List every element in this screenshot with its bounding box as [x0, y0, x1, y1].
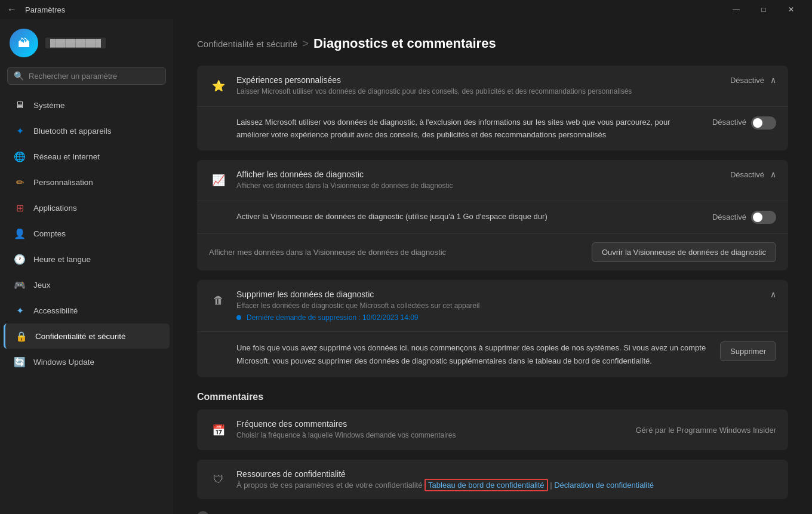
search-icon: 🔍 — [14, 71, 24, 81]
afficher-donnees-right: Désactivé — [730, 170, 776, 179]
ressources-row: 🛡 Ressources de confidentialité À propos… — [197, 460, 788, 499]
frequence-text: Fréquence des commentaires Choisir la fr… — [236, 419, 627, 441]
experiences-toggle-label: Désactivé — [712, 116, 746, 129]
sidebar-item-windowsupdate[interactable]: 🔄 Windows Update — [4, 349, 170, 374]
title-bar-controls: — □ ✕ — [722, 0, 805, 19]
experiences-expanded-text: Laissez Microsoft utiliser vos données d… — [236, 116, 700, 141]
bluetooth-icon: ✦ — [13, 124, 26, 137]
ressources-title: Ressources de confidentialité — [236, 469, 776, 479]
search-input[interactable] — [29, 72, 159, 81]
personnalisation-icon: ✏ — [13, 176, 26, 189]
frequence-title: Fréquence des commentaires — [236, 419, 627, 429]
ressources-icon: 🛡 — [209, 470, 228, 490]
supprimer-donnees-right — [770, 290, 776, 299]
supprimer-donnees-icon: 🗑 — [209, 291, 228, 310]
experiences-toggle[interactable] — [751, 116, 776, 130]
frequence-row[interactable]: 📅 Fréquence des commentaires Choisir la … — [197, 410, 788, 450]
section-ressources: 🛡 Ressources de confidentialité À propos… — [197, 460, 788, 499]
sidebar-item-systeme[interactable]: 🖥 Système — [4, 93, 170, 118]
afficher-donnees-text: Afficher les données de diagnostic Affic… — [236, 170, 722, 191]
title-bar: ← Paramètres — □ ✕ — [0, 0, 812, 19]
breadcrumb: Confidentialité et sécurité > Diagnostic… — [197, 36, 788, 51]
app-title: Paramètres — [25, 5, 65, 14]
tableau-de-bord-link[interactable]: Tableau de bord de confidentialité — [425, 479, 548, 491]
supprimer-button[interactable]: Supprimer — [720, 341, 776, 361]
content-area: Confidentialité et sécurité > Diagnostic… — [173, 19, 812, 514]
section-supprimer-donnees: 🗑 Supprimer les données de diagnostic Ef… — [197, 280, 788, 377]
sidebar-item-label: Bluetooth et appareils — [33, 127, 112, 136]
heure-icon: 🕐 — [13, 253, 26, 266]
afficher-donnees-expanded-row1: Activer la Visionneuse de données de dia… — [197, 201, 788, 233]
minimize-button[interactable]: — — [722, 0, 750, 19]
frequence-subtitle: Choisir la fréquence à laquelle Windows … — [236, 430, 627, 441]
experiences-expanded: Laissez Microsoft utiliser vos données d… — [197, 106, 788, 151]
supprimer-donnees-expanded: Une fois que vous avez supprimé vos donn… — [197, 331, 788, 377]
comptes-icon: 👤 — [13, 227, 26, 240]
jeux-icon: 🎮 — [13, 278, 26, 291]
afficher-donnees-header[interactable]: 📈 Afficher les données de diagnostic Aff… — [197, 160, 788, 201]
profile-name: ██████████ — [45, 38, 106, 48]
sidebar-nav: 🖥 Système ✦ Bluetooth et appareils 🌐 Rés… — [0, 92, 173, 504]
ressources-links: À propos de ces paramètres et de votre c… — [236, 481, 776, 490]
sidebar: 🏔 ██████████ 🔍 🖥 Système ✦ Bluetooth et … — [0, 19, 173, 514]
obtenir-aide-link[interactable]: ? Obtenir de l'aide — [197, 509, 788, 514]
frequence-icon: 📅 — [209, 421, 228, 440]
section-experiences-header[interactable]: ⭐ Expériences personnalisées Laisser Mic… — [197, 66, 788, 106]
supprimer-donnees-header[interactable]: 🗑 Supprimer les données de diagnostic Ef… — [197, 280, 788, 331]
sidebar-item-label: Windows Update — [33, 358, 94, 367]
experiences-title: Expériences personnalisées — [236, 75, 722, 85]
supprimer-donnees-expanded-text: Une fois que vous avez supprimé vos donn… — [236, 341, 708, 368]
sidebar-item-label: Accessibilité — [33, 306, 78, 315]
afficher-donnees-status: Désactivé — [730, 170, 764, 179]
sidebar-item-comptes[interactable]: 👤 Comptes — [4, 221, 170, 246]
sidebar-item-accessibilite[interactable]: ✦ Accessibilité — [4, 298, 170, 323]
supprimer-donnees-date: Dernière demande de suppression : 10/02/… — [236, 313, 762, 322]
sidebar-item-label: Applications — [33, 204, 77, 213]
afficher-donnees-row2: Afficher mes données dans la Visionneuse… — [197, 233, 788, 270]
sidebar-item-jeux[interactable]: 🎮 Jeux — [4, 272, 170, 297]
afficher-donnees-toggle[interactable] — [751, 211, 776, 224]
afficher-donnees-subtitle: Afficher vos données dans la Visionneuse… — [236, 181, 722, 191]
breadcrumb-separator: > — [302, 38, 309, 50]
sidebar-item-confidentialite[interactable]: 🔒 Confidentialité et sécurité — [4, 324, 170, 349]
sidebar-item-label: Système — [33, 101, 65, 110]
close-button[interactable]: ✕ — [777, 0, 805, 19]
sidebar-item-label: Confidentialité et sécurité — [35, 332, 126, 341]
sidebar-item-applications[interactable]: ⊞ Applications — [4, 195, 170, 220]
app-body: 🏔 ██████████ 🔍 🖥 Système ✦ Bluetooth et … — [0, 19, 812, 514]
experiences-chevron — [770, 75, 776, 85]
footer-links: ? Obtenir de l'aide ✉ Envoyer des commen… — [197, 509, 788, 514]
search-box[interactable]: 🔍 — [7, 67, 166, 85]
breadcrumb-parent: Confidentialité et sécurité — [197, 39, 297, 49]
sidebar-item-personnalisation[interactable]: ✏ Personnalisation — [4, 170, 170, 195]
aide-icon: ? — [197, 511, 209, 514]
experiences-status: Désactivé — [730, 76, 764, 85]
experiences-right: Désactivé — [730, 75, 776, 85]
sidebar-item-heure[interactable]: 🕐 Heure et langue — [4, 247, 170, 272]
maximize-button[interactable]: □ — [750, 0, 777, 19]
sidebar-item-label: Jeux — [33, 281, 51, 290]
sidebar-item-label: Heure et langue — [33, 255, 91, 264]
sidebar-item-reseau[interactable]: 🌐 Réseau et Internet — [4, 144, 170, 169]
ressources-subtitle: À propos de ces paramètres et de votre c… — [236, 481, 422, 490]
afficher-donnees-title: Afficher les données de diagnostic — [236, 170, 722, 179]
afficher-donnees-row2-text: Afficher mes données dans la Visionneuse… — [209, 248, 583, 257]
supprimer-donnees-text: Supprimer les données de diagnostic Effa… — [236, 290, 762, 322]
section-afficher-donnees: 📈 Afficher les données de diagnostic Aff… — [197, 160, 788, 270]
sidebar-item-bluetooth[interactable]: ✦ Bluetooth et appareils — [4, 118, 170, 143]
frequence-status: Géré par le Programme Windows Insider — [635, 426, 776, 435]
commentaires-label: Commentaires — [197, 392, 788, 402]
afficher-donnees-chevron — [770, 170, 776, 179]
experiences-subtitle: Laisser Microsoft utiliser vos données d… — [236, 87, 722, 97]
supprimer-donnees-title: Supprimer les données de diagnostic — [236, 290, 762, 299]
section-frequence: 📅 Fréquence des commentaires Choisir la … — [197, 410, 788, 450]
reseau-icon: 🌐 — [13, 150, 26, 163]
back-button[interactable]: ← — [7, 4, 17, 15]
breadcrumb-current: Diagnostics et commentaires — [313, 36, 496, 51]
experiences-icon: ⭐ — [209, 76, 228, 96]
ouvrir-visionneuse-button[interactable]: Ouvrir la Visionneuse de données de diag… — [592, 242, 776, 262]
experiences-text: Expériences personnalisées Laisser Micro… — [236, 75, 722, 97]
sidebar-item-label: Réseau et Internet — [33, 152, 100, 161]
declaration-link[interactable]: Déclaration de confidentialité — [554, 481, 654, 490]
systeme-icon: 🖥 — [13, 99, 26, 112]
